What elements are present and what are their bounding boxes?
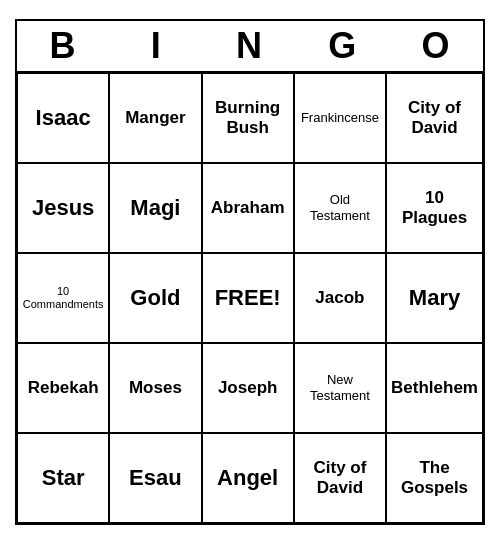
bingo-cell-4: City of David	[386, 73, 483, 163]
bingo-cell-20: Star	[17, 433, 109, 523]
bingo-header: BINGO	[17, 21, 483, 73]
bingo-cell-1: Manger	[109, 73, 201, 163]
bingo-cell-0: Isaac	[17, 73, 109, 163]
bingo-cell-19: Bethlehem	[386, 343, 483, 433]
bingo-cell-23: City of David	[294, 433, 386, 523]
bingo-cell-21: Esau	[109, 433, 201, 523]
bingo-cell-13: Jacob	[294, 253, 386, 343]
bingo-cell-7: Abraham	[202, 163, 294, 253]
bingo-cell-11: Gold	[109, 253, 201, 343]
bingo-cell-17: Joseph	[202, 343, 294, 433]
bingo-cell-2: Burning Bush	[202, 73, 294, 163]
bingo-cell-12: FREE!	[202, 253, 294, 343]
bingo-cell-24: The Gospels	[386, 433, 483, 523]
bingo-cell-16: Moses	[109, 343, 201, 433]
header-letter: G	[297, 21, 390, 71]
bingo-cell-10: 10 Commandments	[17, 253, 109, 343]
bingo-cell-9: 10 Plagues	[386, 163, 483, 253]
bingo-card: BINGO IsaacMangerBurning BushFrankincens…	[15, 19, 485, 525]
bingo-cell-6: Magi	[109, 163, 201, 253]
bingo-grid: IsaacMangerBurning BushFrankincenseCity …	[17, 73, 483, 523]
bingo-cell-22: Angel	[202, 433, 294, 523]
bingo-cell-14: Mary	[386, 253, 483, 343]
header-letter: I	[110, 21, 203, 71]
bingo-cell-15: Rebekah	[17, 343, 109, 433]
header-letter: N	[203, 21, 296, 71]
bingo-cell-8: Old Testament	[294, 163, 386, 253]
bingo-cell-5: Jesus	[17, 163, 109, 253]
bingo-cell-3: Frankincense	[294, 73, 386, 163]
bingo-cell-18: New Testament	[294, 343, 386, 433]
header-letter: O	[390, 21, 483, 71]
header-letter: B	[17, 21, 110, 71]
